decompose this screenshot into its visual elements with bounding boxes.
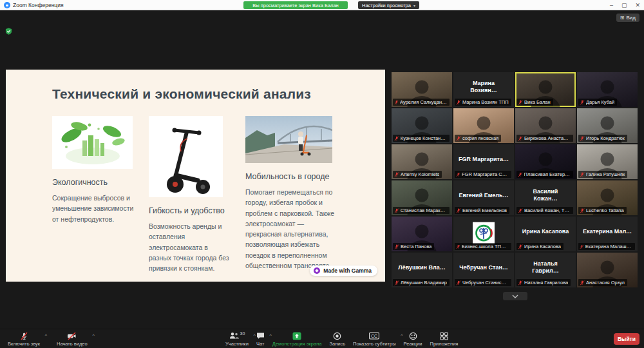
participant-name-label: FGR Маргарита Смир… [455,171,511,178]
slide-heading-mobility: Мобильность в городе [245,172,337,181]
start-video-button[interactable]: Начать видео ^ [55,331,89,347]
participant-name-label: Евгений Емельянов [455,207,509,214]
maximize-button[interactable]: ▢ [621,0,627,10]
participant-tile[interactable]: Анастасия Орзул [577,253,638,287]
muted-mic-icon [580,280,585,285]
participant-tile[interactable]: Кузнецов Константин [392,108,452,143]
participant-tile[interactable]: Дарья Кубай [577,72,638,107]
slide-heading-flexibility: Гибкость и удобство [149,206,231,215]
participant-name-label: Наталья Гаврилова [516,279,571,286]
view-layout-label: Вид [627,15,636,21]
participant-name-label: Luchenko Tatiana [578,207,627,214]
participant-name-label: Artemiy Kolomiets [393,171,442,178]
share-screen-label: Демонстрация экрана [272,341,322,347]
participant-name-label: Ирина Касапова [516,243,564,250]
participant-tile[interactable]: Василий Кожан… Василий Кожан, ТПП [515,180,576,215]
slide-body-ecology: Сокращение выбросов и уменьшение зависим… [52,193,141,224]
participant-tile[interactable]: Лёвушкин Вла… Лёвушкин Владимир [392,253,452,287]
view-layout-button[interactable]: ⊞ Вид [616,14,639,22]
collapse-grid-button[interactable] [503,292,527,300]
captions-button[interactable]: CC Показать субтитры ^ [352,331,397,347]
participant-name: Марина Возиян ТПП [462,99,509,105]
audio-options-chevron[interactable]: ^ [45,333,47,338]
participant-name: Ирина Касапова [524,244,561,249]
participant-name-label: Веста Панова [393,243,434,250]
apps-button[interactable]: Приложения [429,331,460,347]
window-controls: – ▢ ✕ [610,0,640,10]
participant-tile[interactable]: Luchenko Tatiana [577,180,638,215]
leave-meeting-button[interactable]: Выйти [614,333,639,345]
participant-tile[interactable]: Евгений Емель… Евгений Емельянов [453,180,514,215]
muted-mic-icon [518,172,523,177]
start-video-label: Начать видео [57,341,88,347]
participant-tile[interactable]: FGR Маргарита… FGR Маргарита Смир… [453,144,514,179]
reactions-label: Реакции [404,341,422,347]
participant-tile[interactable]: Плаксивая Екатерина [515,144,576,179]
video-options-chevron[interactable]: ^ [92,333,94,338]
security-shield-icon[interactable] [5,28,12,35]
participant-name: софия яновская [462,135,498,141]
meeting-area: ⊞ Вид Технический и экономический анализ [0,10,644,329]
participants-count: 30 [240,331,245,336]
reactions-button[interactable]: Реакции [402,331,424,347]
close-button[interactable]: ✕ [635,0,640,10]
participant-tile[interactable]: Веста Панова [392,217,452,251]
muted-mic-icon [20,331,28,340]
view-options-button[interactable]: Настройки просмотра ▾ [358,1,419,9]
participant-tile[interactable]: Чебручан Стан… Чебручан Станислав [453,253,514,287]
svg-text:CC: CC [372,334,378,338]
participant-name-label: Плаксивая Екатерина [516,171,573,178]
muted-mic-icon [456,244,460,249]
record-icon [333,331,341,340]
participants-button[interactable]: 30 Участники ^ [224,331,250,347]
unmute-label: Включить звук [8,341,40,347]
screen-share-viewing-banner: Вы просматриваете экран Вика Балан [243,1,348,9]
participant-name-label: Вика Балан [516,99,553,106]
participant-tile[interactable]: Аурелия Салкуцан ТПП [392,72,452,107]
participant-name: Аурелия Салкуцан ТПП [400,99,447,105]
participant-tile[interactable]: Вика Балан [515,72,576,107]
participant-tile[interactable]: Бирюкова Анастасия [515,108,576,143]
muted-mic-icon [394,280,399,285]
muted-mic-icon [580,172,585,177]
minimize-button[interactable]: – [610,0,613,10]
participant-tile[interactable]: Галина Ратушняк [577,144,638,179]
grid-view-icon: ⊞ [620,15,625,21]
unmute-button[interactable]: Включить звук ^ [6,331,41,347]
participant-tile[interactable]: Artemiy Kolomiets [392,144,452,179]
captions-label: Показать субтитры [353,341,395,347]
participant-tile[interactable]: софия яновская [453,108,514,143]
participant-tile[interactable]: Станислав Маракуца [392,180,452,215]
eco-leaves-city-image [52,116,133,169]
participant-name-label: Чебручан Станислав [455,279,511,286]
muted-mic-icon [580,208,585,213]
participant-tile[interactable]: Бизнес-школа ТПП ПМР [453,217,514,251]
participant-name: Станислав Маракуца [401,208,447,213]
chat-button[interactable]: Чат ^ [255,331,266,347]
participant-name-label: софия яновская [455,135,501,142]
participant-name: Чебручан Станислав [462,280,509,285]
participant-name: Игорь Кондратюк [586,135,625,141]
participant-tile[interactable]: Игорь Кондратюк [577,108,638,143]
muted-mic-icon [456,100,461,105]
slide-column-ecology: Экологичность Сокращение выбросов и умен… [52,116,141,224]
participant-name: Вика Балан [524,99,551,105]
muted-mic-icon [518,100,523,105]
share-screen-button[interactable]: Демонстрация экрана [271,331,323,347]
participant-name: Кузнецов Константин [401,135,447,141]
participant-tile[interactable]: Марина Возиян… Марина Возиян ТПП [453,72,514,107]
muted-mic-icon [580,244,584,249]
participant-name-label: Бизнес-школа ТПП ПМР [455,243,511,250]
apps-icon [440,331,448,340]
captions-icon: CC [369,331,379,340]
participant-tile[interactable]: Наталья Гаврил… Наталья Гаврилова [515,253,576,287]
participant-name: Василий Кожан, ТПП [524,208,571,213]
participant-name: Наталья Гаврилова [524,280,568,285]
slide-column-mobility: Мобильность в городе Помогает перемещать… [245,116,337,271]
record-button[interactable]: Запись [328,331,346,347]
participant-tile[interactable]: Ирина Касапова Ирина Касапова [515,217,576,251]
slide-heading-ecology: Экологичность [52,178,141,187]
muted-mic-icon [456,136,461,141]
participant-tile[interactable]: Екатерина Мал… Екатерина Малашевская [577,217,638,251]
gamma-badge-label: Made with Gamma [323,267,372,274]
